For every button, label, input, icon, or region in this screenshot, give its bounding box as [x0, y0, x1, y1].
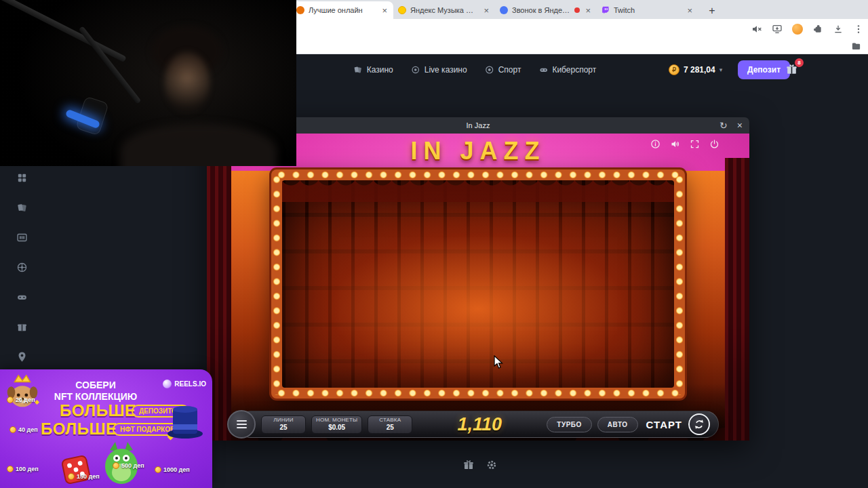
screen: Лучшие онлайн × Яндекс Музыка — собираем… [0, 0, 868, 488]
dog-mascot-icon [1, 372, 43, 414]
promo-big-text-1: БОЛЬШЕ [60, 401, 136, 420]
power-icon[interactable] [709, 139, 719, 149]
nav-item-live-casino[interactable]: Live казино [411, 65, 467, 75]
browser-tab-1[interactable]: Лучшие онлайн × [292, 1, 393, 19]
mouse-cursor [494, 355, 505, 373]
tab-audio-muted-icon[interactable] [751, 24, 762, 35]
deposit-badge: 100 деп [7, 466, 39, 472]
sidebar-item-promotions[interactable] [9, 350, 34, 363]
coin-icon [9, 426, 16, 433]
tab2-label: Яндекс Музыка — собираем [410, 6, 478, 14]
game-menu-button[interactable] [227, 410, 256, 439]
stage-frame [271, 169, 685, 399]
coin-icon [68, 473, 75, 480]
recording-indicator-icon [574, 7, 580, 13]
fullscreen-icon[interactable] [690, 139, 700, 149]
tab1-favicon [296, 6, 304, 14]
dice-icon [60, 453, 92, 485]
coin-icon [7, 396, 14, 403]
sidebar-item-lobby[interactable] [9, 171, 34, 184]
tab3-label: Звонок в Яндекс Телемост [512, 6, 570, 14]
start-button[interactable]: СТАРТ [646, 413, 710, 435]
turbo-button[interactable]: ТУРБО [547, 417, 591, 432]
tab1-close-icon[interactable]: × [380, 6, 389, 15]
close-icon[interactable]: × [737, 121, 743, 130]
install-app-icon[interactable] [771, 24, 783, 35]
nav-item-sport[interactable]: Спорт [485, 65, 521, 75]
browser-tab-4[interactable]: Twitch × [597, 1, 698, 19]
browser-tab-2[interactable]: Яндекс Музыка — собираем × [393, 1, 495, 19]
marquee-bulbs-left [272, 173, 281, 395]
balance-selector[interactable]: ₽ 7 281,04 ▾ [669, 64, 722, 75]
twitch-favicon [601, 6, 610, 14]
gear-icon[interactable] [486, 459, 498, 471]
deposit-badge: 40 деп [9, 426, 38, 433]
bookmarks-folder-icon[interactable] [851, 41, 861, 54]
marquee-bulbs-top [275, 170, 682, 180]
deposit-badge: 20 деп [7, 396, 35, 403]
chevron-down-icon: ▾ [719, 66, 723, 73]
tab3-favicon [500, 6, 508, 14]
extensions-puzzle-icon[interactable] [812, 24, 823, 35]
marquee-bulbs-right [675, 173, 684, 395]
right-curtain [725, 158, 749, 441]
coin-icon [155, 466, 161, 473]
sidebar-item-casino[interactable] [9, 201, 34, 214]
bet-control[interactable]: СТАВКА 25 [368, 415, 412, 434]
browser-tab-3[interactable]: Звонок в Яндекс Телемост × [495, 1, 597, 19]
deposit-badge: 1000 деп [155, 466, 190, 473]
auto-button[interactable]: АВТО [597, 417, 638, 432]
deposit-badge: 500 деп [113, 462, 144, 469]
tab3-close-icon[interactable]: × [584, 6, 592, 15]
marquee-bulbs-bottom [275, 388, 682, 398]
promo-banner[interactable]: СОБЕРИ NFT КОЛЛЕКЦИЮ REELS.IO БОЛЬШЕ ДЕП… [0, 369, 212, 488]
info-icon[interactable] [650, 139, 660, 149]
spin-icon [688, 413, 710, 435]
promo-headline: СОБЕРИ NFT КОЛЛЕКЦИЮ [42, 380, 149, 403]
tab2-favicon [398, 6, 406, 14]
tab4-label: Twitch [614, 6, 682, 14]
downloads-icon[interactable] [832, 24, 844, 35]
sidebar-item-bonuses[interactable] [9, 320, 34, 333]
webcam-overlay [0, 0, 296, 166]
stage-curtain [282, 180, 674, 388]
coin-value-control[interactable]: НОМ. МОНЕТЫ $0.05 [311, 415, 362, 434]
sidebar-item-games[interactable] [9, 290, 34, 304]
gift-badge: 8 [795, 58, 804, 67]
extension-avatar-icon[interactable] [791, 24, 803, 35]
nav-item-esports[interactable]: Киберспорт [538, 65, 596, 75]
gift-icon[interactable] [462, 459, 475, 471]
amount-display: 1,110 [418, 414, 541, 435]
new-tab-button[interactable]: + [704, 3, 720, 19]
coin-icon [113, 462, 119, 469]
lines-control[interactable]: ЛИНИИ 25 [261, 415, 306, 434]
sidebar-item-roulette[interactable] [9, 260, 34, 274]
nav-item-casino[interactable]: Казино [353, 65, 393, 75]
slot-game-area: IN JAZZ [207, 134, 749, 441]
promo-big-text-2: БОЛЬШЕ [41, 420, 117, 439]
deposit-badge: 150 деп [68, 473, 100, 480]
casino-nav: Казино Live казино Спорт Киберспорт [353, 65, 597, 75]
reels-logo-icon [163, 380, 172, 388]
tab2-close-icon[interactable]: × [482, 6, 490, 15]
balance-amount: 7 281,04 [684, 65, 715, 75]
sound-icon[interactable] [670, 139, 680, 149]
top-hat-icon [167, 403, 203, 440]
tab4-close-icon[interactable]: × [686, 6, 694, 15]
deposit-button[interactable]: Депозит [738, 60, 790, 79]
sidebar-item-slots[interactable] [9, 230, 34, 244]
modal-title: In Jazz [467, 121, 490, 129]
coin-icon [7, 466, 14, 472]
browser-menu-icon[interactable] [852, 24, 864, 35]
refresh-icon[interactable]: ↻ [719, 121, 728, 130]
game-controls-bar: ЛИНИИ 25 НОМ. МОНЕТЫ $0.05 СТАВКА 25 1,1… [237, 411, 719, 438]
promo-brand: REELS.IO [163, 380, 206, 388]
game-topbar-icons [650, 139, 719, 149]
streamer-face [164, 52, 210, 114]
currency-coin-icon: ₽ [669, 64, 679, 75]
tab1-label: Лучшие онлайн [309, 6, 376, 14]
game-footer-actions [462, 459, 498, 471]
bonuses-gift-button[interactable]: 8 [785, 63, 799, 77]
